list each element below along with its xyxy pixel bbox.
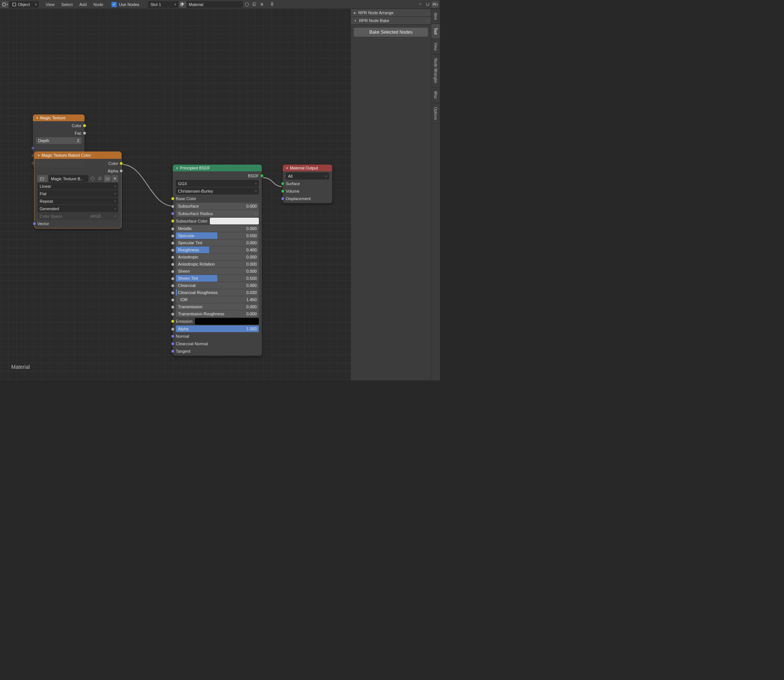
distribution-dropdown[interactable]: GGXv bbox=[176, 180, 259, 187]
color-swatch[interactable] bbox=[210, 218, 259, 224]
socket-in[interactable] bbox=[171, 327, 175, 331]
value-slider[interactable]: Sheen0.000 bbox=[176, 268, 259, 275]
tab-view[interactable]: View bbox=[431, 39, 440, 55]
socket-baked-alpha-out[interactable] bbox=[119, 169, 123, 173]
snap-icon[interactable] bbox=[424, 1, 431, 8]
menu-view[interactable]: View bbox=[43, 2, 58, 7]
socket-in[interactable] bbox=[171, 212, 175, 216]
socket-vector-in[interactable] bbox=[33, 222, 36, 225]
colorspace-dropdown[interactable]: Color SpacesRGBv bbox=[38, 212, 118, 220]
socket-in[interactable] bbox=[171, 277, 175, 280]
socket-color-out[interactable] bbox=[83, 124, 87, 128]
value-slider[interactable]: Anisotropic0.000 bbox=[176, 253, 259, 260]
value-slider[interactable]: Transmission0.000 bbox=[176, 303, 259, 310]
fake-user-icon[interactable] bbox=[89, 175, 96, 182]
tab-options[interactable]: Options bbox=[431, 103, 440, 124]
socket-surface-in[interactable] bbox=[281, 182, 285, 186]
value-slider[interactable]: Roughness0.400 bbox=[176, 247, 259, 253]
socket-in[interactable] bbox=[171, 263, 175, 266]
target-dropdown[interactable]: Allv bbox=[286, 172, 329, 179]
value-slider[interactable]: Sheen Tint0.500 bbox=[176, 275, 259, 282]
unlink-image-icon[interactable]: ✕ bbox=[112, 175, 118, 182]
sss-dropdown[interactable]: Christensen-Burleyv bbox=[176, 187, 259, 195]
color-swatch[interactable] bbox=[195, 318, 259, 325]
ext-dropdown[interactable]: Repeatv bbox=[38, 197, 118, 205]
socket-in[interactable] bbox=[171, 298, 175, 302]
unlink-icon[interactable]: ✕ bbox=[258, 1, 265, 8]
value-slider[interactable]: Transmission Roughness0.000 bbox=[176, 310, 259, 317]
use-nodes-checkbox[interactable]: ✓ bbox=[112, 2, 117, 7]
open-icon[interactable] bbox=[104, 175, 111, 182]
drag-icon[interactable]: :::: bbox=[427, 19, 428, 23]
editor-type-icon[interactable]: v bbox=[2, 1, 8, 8]
proj-dropdown[interactable]: Flatv bbox=[38, 190, 118, 197]
node-header[interactable]: ▼ Principled BSDF bbox=[173, 165, 262, 171]
socket-fac-out[interactable] bbox=[83, 131, 87, 135]
socket-baked-color-out[interactable] bbox=[119, 162, 123, 165]
collapse-icon[interactable]: ▼ bbox=[286, 167, 288, 170]
socket-in[interactable] bbox=[171, 234, 175, 238]
mode-dropdown[interactable]: Object v bbox=[9, 1, 39, 8]
image-browse-icon[interactable]: ˅ bbox=[38, 175, 48, 182]
tab-item[interactable]: Item bbox=[431, 9, 440, 24]
node-header[interactable]: ▼ Magic Texture bbox=[33, 115, 85, 121]
pin-icon[interactable] bbox=[269, 1, 276, 8]
material-browse-icon[interactable]: ˅ bbox=[179, 1, 186, 8]
color-input[interactable]: Subsurface Color bbox=[173, 217, 262, 225]
overlay-icon[interactable]: v bbox=[431, 1, 438, 8]
socket-in[interactable] bbox=[171, 291, 175, 295]
interp-dropdown[interactable]: Linearv bbox=[38, 183, 118, 190]
value-slider[interactable]: Metallic0.000 bbox=[176, 225, 259, 232]
value-slider[interactable]: Anisotropic Rotation0.000 bbox=[176, 261, 259, 268]
parent-node-icon[interactable] bbox=[417, 1, 423, 8]
socket-in[interactable] bbox=[171, 255, 175, 259]
new-material-icon[interactable] bbox=[251, 1, 258, 8]
socket-vector-in[interactable] bbox=[31, 146, 35, 150]
node-canvas[interactable]: ▼ Magic Texture Color Fac Depth2 Scale5.… bbox=[0, 9, 359, 380]
socket-in[interactable] bbox=[171, 241, 175, 245]
tab-misc[interactable]: Misc bbox=[431, 88, 440, 103]
value-slider[interactable]: Clearcoat Roughness0.030 bbox=[176, 289, 259, 296]
node-header[interactable]: ▼ Material Output bbox=[283, 165, 332, 171]
socket-in[interactable] bbox=[171, 312, 175, 316]
socket-base-color-in[interactable] bbox=[171, 197, 175, 200]
socket-in[interactable] bbox=[171, 227, 175, 231]
socket-in[interactable] bbox=[171, 270, 175, 274]
value-slider[interactable]: Alpha1.000 bbox=[176, 326, 259, 332]
value-slider[interactable]: IOR1.450 bbox=[176, 296, 259, 303]
socket-bsdf-out[interactable] bbox=[260, 174, 264, 178]
node-principled-bsdf[interactable]: ▼ Principled BSDF BSDF GGXv Christensen-… bbox=[173, 165, 262, 356]
node-header[interactable]: ▼ Magic Texture Baked Color bbox=[35, 152, 121, 159]
value-slider[interactable]: Subsurface0.000 bbox=[176, 203, 259, 209]
socket-in[interactable] bbox=[171, 284, 175, 288]
socket-volume-in[interactable] bbox=[281, 189, 285, 193]
socket-displacement-in[interactable] bbox=[281, 197, 285, 200]
value-slider[interactable]: Specular0.500 bbox=[176, 232, 259, 239]
socket-in[interactable] bbox=[171, 249, 175, 252]
menu-node[interactable]: Node bbox=[91, 2, 106, 7]
node-magic-texture-baked[interactable]: ▼ Magic Texture Baked Color Color Alpha … bbox=[34, 151, 121, 228]
tab-node-wrangler[interactable]: Node Wrangler bbox=[431, 55, 440, 88]
menu-add[interactable]: Add bbox=[76, 2, 90, 7]
src-dropdown[interactable]: Generatedv bbox=[38, 205, 118, 212]
panel-section-arrange[interactable]: ▶ RPR Node Arrange :::: bbox=[351, 9, 431, 17]
value-slider[interactable]: Specular Tint0.000 bbox=[176, 239, 259, 246]
collapse-icon[interactable]: ▼ bbox=[176, 167, 178, 170]
duplicate-icon[interactable] bbox=[96, 175, 103, 182]
menu-select[interactable]: Select bbox=[58, 2, 76, 7]
collapse-icon[interactable]: ▼ bbox=[36, 117, 39, 119]
depth-slider[interactable]: Depth2 bbox=[36, 137, 82, 144]
socket-in[interactable] bbox=[171, 205, 175, 208]
socket-in[interactable] bbox=[171, 305, 175, 309]
vec-dropdown[interactable]: Subsurface Radiusv bbox=[176, 210, 259, 217]
color-input[interactable]: Emission bbox=[173, 318, 262, 325]
collapse-icon[interactable]: ▼ bbox=[38, 154, 40, 157]
fake-user-icon[interactable] bbox=[244, 1, 250, 8]
material-name-input[interactable] bbox=[187, 1, 243, 8]
bake-button[interactable]: Bake Selected Nodes bbox=[354, 28, 428, 37]
tab-tool[interactable]: Tool bbox=[431, 24, 440, 39]
node-material-output[interactable]: ▼ Material Output Allv Surface Volume Di… bbox=[283, 165, 332, 203]
image-name-input[interactable] bbox=[49, 175, 88, 182]
panel-section-bake[interactable]: ▼ RPR Node Bake :::: bbox=[351, 17, 431, 25]
value-slider[interactable]: Clearcoat0.000 bbox=[176, 282, 259, 289]
